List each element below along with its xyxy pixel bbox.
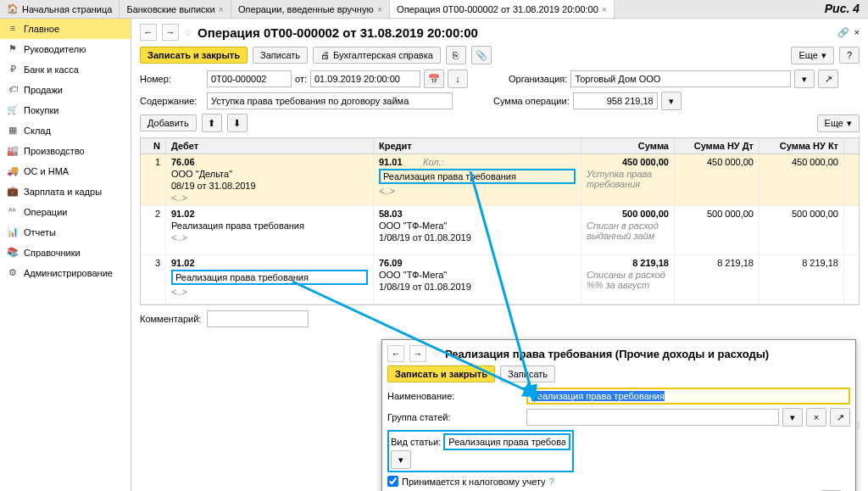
- fill-icon[interactable]: ↓: [448, 70, 468, 88]
- sidebar-item-production[interactable]: 🏭Производство: [0, 141, 131, 161]
- add-button[interactable]: Добавить: [140, 114, 197, 131]
- tab-home[interactable]: 🏠Начальная страница: [0, 0, 120, 18]
- popup-tax-checkbox[interactable]: [387, 476, 398, 487]
- col-n[interactable]: N: [141, 138, 166, 153]
- flag-icon: ⚑: [7, 43, 19, 55]
- menu-icon: ≡: [7, 23, 19, 35]
- popup-title: Реализация права требования (Прочие дохо…: [445, 348, 769, 360]
- popup-kind-label: Вид статьи:: [391, 437, 441, 447]
- close-icon[interactable]: ×: [602, 4, 607, 14]
- reg-button[interactable]: ⎘: [446, 46, 466, 64]
- close-icon[interactable]: ×: [854, 27, 860, 37]
- calendar-icon[interactable]: 📅: [424, 70, 444, 88]
- ruble-icon: ₽: [7, 64, 19, 75]
- sidebar-item-operations[interactable]: ᴬᵏОперации: [0, 202, 131, 222]
- comment-input[interactable]: [207, 310, 309, 327]
- tab-bank[interactable]: Банковские выписки×: [120, 0, 231, 18]
- col-sum[interactable]: Сумма: [581, 138, 675, 153]
- sidebar-item-manager[interactable]: ⚑Руководителю: [0, 39, 131, 59]
- clear-icon[interactable]: ×: [806, 408, 826, 427]
- factory-icon: 🏭: [7, 145, 19, 157]
- help-icon[interactable]: ?: [549, 477, 554, 487]
- popup-save-close[interactable]: Записать и закрыть: [387, 365, 495, 382]
- open-icon[interactable]: ↗: [830, 408, 850, 427]
- attach-icon[interactable]: 🔗: [837, 27, 849, 38]
- dropdown-icon[interactable]: ▾: [391, 450, 411, 469]
- table-row[interactable]: 1 76.06 ООО "Дельта" 08/19 от 31.08.2019…: [141, 154, 859, 206]
- popup-kind-input[interactable]: [443, 433, 570, 450]
- sidebar-item-refs[interactable]: 📚Справочники: [0, 243, 131, 263]
- popup-name-label: Наименование:: [387, 391, 523, 401]
- close-icon[interactable]: ×: [219, 4, 224, 14]
- save-button[interactable]: Записать: [253, 47, 308, 64]
- popup-nav-fwd[interactable]: →: [409, 345, 426, 362]
- sidebar-item-bank[interactable]: ₽Банк и касса: [0, 59, 131, 80]
- open-icon[interactable]: ↗: [818, 70, 838, 88]
- popup-group-input[interactable]: [526, 409, 779, 426]
- content-input[interactable]: [207, 92, 453, 109]
- table-row[interactable]: 2 91.02 Реализация права требования <..>…: [141, 206, 859, 255]
- tag-icon: 🏷: [7, 84, 19, 96]
- more-button[interactable]: Еще ▾: [791, 47, 833, 64]
- from-label: от:: [295, 74, 307, 84]
- close-icon[interactable]: ×: [377, 4, 382, 14]
- popup-nav-back[interactable]: ←: [387, 345, 404, 362]
- tab-operation[interactable]: Операция 0Т00-000002 от 31.08.2019 20:00…: [390, 0, 615, 18]
- save-close-button[interactable]: Записать и закрыть: [140, 47, 248, 64]
- popup-save[interactable]: Записать: [500, 365, 555, 382]
- popup-group-label: Группа статей:: [387, 412, 523, 422]
- table-row[interactable]: 3 91.02 Реализация права требования <..>…: [141, 255, 859, 304]
- sidebar: ≡Главное ⚑Руководителю ₽Банк и касса 🏷Пр…: [0, 19, 131, 491]
- sidebar-item-assets[interactable]: 🚚ОС и НМА: [0, 161, 131, 181]
- more-button-2[interactable]: Еще ▾: [817, 114, 860, 132]
- highlighted-debit-3: Реализация права требования: [171, 270, 368, 285]
- cart-icon: 🛒: [7, 104, 19, 116]
- popup-name-input[interactable]: Реализация права требования: [526, 388, 850, 405]
- popup-window: ← → ☆ Реализация права требования (Прочи…: [381, 339, 856, 491]
- help-button[interactable]: ?: [839, 47, 860, 64]
- chart-icon: 📊: [7, 226, 19, 238]
- date-input[interactable]: [310, 70, 420, 87]
- col-nukt[interactable]: Сумма НУ Кт: [760, 138, 844, 153]
- nav-back[interactable]: ←: [140, 24, 157, 41]
- number-input[interactable]: [207, 70, 292, 87]
- up-button[interactable]: ⬆: [202, 114, 222, 132]
- tab-bar: 🏠Начальная страница Банковские выписки× …: [0, 0, 868, 19]
- content-label: Содержание:: [140, 96, 203, 106]
- sidebar-item-warehouse[interactable]: ▦Склад: [0, 120, 131, 141]
- gear-icon: ⚙: [7, 267, 19, 279]
- nav-fwd[interactable]: →: [162, 24, 179, 41]
- dropdown-icon[interactable]: ▾: [794, 70, 815, 88]
- dropdown-icon[interactable]: ▾: [782, 408, 803, 427]
- calc-icon[interactable]: ▾: [661, 92, 682, 110]
- star-icon[interactable]: ☆: [431, 349, 440, 360]
- org-input[interactable]: [570, 70, 791, 87]
- comment-label: Комментарий:: [140, 314, 203, 324]
- org-label: Организация:: [509, 74, 567, 84]
- print-icon: 🖨: [320, 50, 330, 60]
- boxes-icon: ▦: [7, 125, 19, 137]
- col-nudt[interactable]: Сумма НУ Дт: [675, 138, 760, 153]
- buh-button[interactable]: 🖨Бухгалтерская справка: [313, 47, 441, 64]
- sidebar-item-main[interactable]: ≡Главное: [0, 19, 131, 39]
- clip-button[interactable]: 📎: [471, 46, 492, 64]
- down-button[interactable]: ⬇: [227, 114, 248, 132]
- sidebar-item-sales[interactable]: 🏷Продажи: [0, 80, 131, 100]
- sidebar-item-salary[interactable]: 💼Зарплата и кадры: [0, 181, 131, 202]
- number-label: Номер:: [140, 74, 203, 84]
- content-area: ← → ☆ Операция 0Т00-000002 от 31.08.2019…: [131, 19, 868, 491]
- highlighted-credit-1: Реализация права требования: [379, 169, 576, 184]
- sum-label: Сумма операции:: [493, 96, 570, 106]
- col-credit[interactable]: Кредит: [374, 138, 581, 153]
- col-debit[interactable]: Дебет: [166, 138, 374, 153]
- wallet-icon: 💼: [7, 186, 19, 198]
- sidebar-item-purchases[interactable]: 🛒Покупки: [0, 100, 131, 120]
- sidebar-item-admin[interactable]: ⚙Администрирование: [0, 263, 131, 283]
- truck-icon: 🚚: [7, 165, 19, 177]
- tab-manual-ops[interactable]: Операции, введенные вручную×: [231, 0, 390, 18]
- book-icon: 📚: [7, 247, 19, 259]
- sum-input[interactable]: [573, 92, 658, 109]
- page-title: Операция 0Т00-000002 от 31.08.2019 20:00…: [198, 25, 478, 40]
- star-icon[interactable]: ☆: [184, 27, 192, 38]
- sidebar-item-reports[interactable]: 📊Отчеты: [0, 222, 131, 243]
